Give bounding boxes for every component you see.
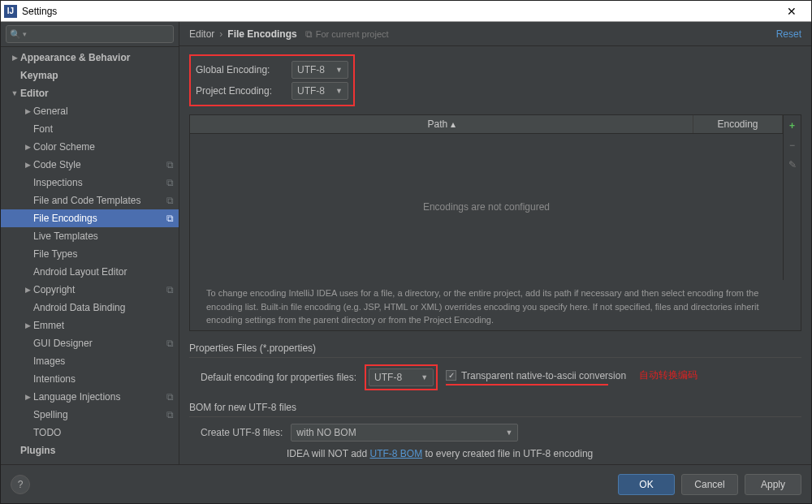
global-encoding-select[interactable]: UTF-8 ▼ [292, 61, 348, 79]
tree-item-live-templates[interactable]: Live Templates [1, 227, 179, 245]
titlebar: IJ Settings ✕ [1, 1, 811, 22]
tree-item-label: Keymap [20, 70, 174, 81]
global-encoding-label: Global Encoding: [196, 64, 285, 75]
chevron-down-icon: ▼ [335, 87, 343, 95]
properties-encoding-value: UTF-8 [374, 372, 402, 383]
transparent-ascii-option[interactable]: ✓ Transparent native-to-ascii conversion… [446, 368, 698, 386]
tree-item-keymap[interactable]: Keymap [1, 67, 179, 84]
project-scope-icon: ⧉ [166, 159, 174, 170]
project-encoding-select[interactable]: UTF-8 ▼ [292, 82, 348, 100]
table-tool-column: + − ✎ [783, 115, 801, 280]
col-path[interactable]: Path ▴ [190, 115, 693, 133]
tree-item-label: Android Data Binding [33, 302, 174, 313]
tree-item-label: GUI Designer [33, 338, 166, 349]
tree-item-color-scheme[interactable]: ▶Color Scheme [1, 138, 179, 156]
help-button[interactable]: ? [11, 475, 30, 494]
chevron-right-icon: ▶ [22, 321, 33, 330]
tree-item-label: Language Injections [33, 391, 166, 403]
settings-window: IJ Settings ✕ 🔍 ▾ ▶Appearance & Behavior… [0, 0, 812, 504]
tree-item-label: Inspections [33, 177, 166, 188]
add-row-button[interactable]: + [789, 120, 795, 131]
scope-label: For current project [316, 29, 389, 39]
tree-item-label: Code Style [33, 159, 166, 170]
project-scope-icon: ⧉ [166, 391, 174, 403]
tree-item-label: Appearance & Behavior [20, 52, 174, 63]
transparent-ascii-checkbox[interactable]: ✓ [446, 370, 456, 381]
tree-item-images[interactable]: Images [1, 352, 179, 370]
search-icon: 🔍 [10, 29, 21, 40]
search-box[interactable]: 🔍 ▾ [6, 25, 174, 43]
tree-item-gui-designer[interactable]: GUI Designer⧉ [1, 334, 179, 352]
arrow-placeholder [22, 232, 33, 240]
arrow-placeholder [22, 339, 33, 347]
col-encoding[interactable]: Encoding [693, 115, 783, 133]
arrow-placeholder [22, 250, 33, 258]
project-scope-icon: ⧉ [166, 195, 174, 206]
close-button[interactable]: ✕ [775, 5, 808, 18]
table-header: Path ▴ Encoding [190, 115, 783, 134]
arrow-placeholder [22, 304, 33, 312]
reset-link[interactable]: Reset [776, 28, 801, 40]
chevron-down-icon: ▼ [335, 66, 343, 74]
breadcrumb-sep: › [219, 28, 222, 40]
global-encoding-value: UTF-8 [297, 64, 325, 75]
properties-default-label: Default encoding for properties files: [201, 372, 356, 383]
breadcrumb-root[interactable]: Editor [189, 28, 214, 40]
tree-item-file-types[interactable]: File Types [1, 245, 179, 263]
section-divider [189, 357, 801, 358]
chevron-down-icon: ▼ [421, 373, 428, 381]
ok-button[interactable]: OK [618, 474, 675, 495]
tree-item-font[interactable]: Font [1, 120, 179, 138]
tree-item-spelling[interactable]: Spelling⧉ [1, 406, 179, 424]
tree-item-file-and-code-templates[interactable]: File and Code Templates⧉ [1, 192, 179, 209]
bom-hint-link[interactable]: UTF-8 BOM [369, 448, 422, 459]
chevron-right-icon: ▶ [9, 54, 20, 62]
bom-create-value: with NO BOM [296, 427, 356, 438]
arrow-placeholder [22, 179, 33, 187]
apply-button[interactable]: Apply [745, 474, 801, 495]
properties-section-label: Properties Files (*.properties) [189, 342, 801, 354]
tree-item-label: Spelling [33, 409, 166, 420]
tree-item-todo[interactable]: TODO [1, 424, 179, 442]
project-scope-icon: ⧉ [166, 213, 174, 224]
chevron-right-icon: ▶ [22, 143, 33, 151]
project-encoding-value: UTF-8 [297, 85, 325, 97]
search-input[interactable] [30, 28, 170, 40]
tree-item-android-layout-editor[interactable]: Android Layout Editor [1, 263, 179, 281]
tree-item-android-data-binding[interactable]: Android Data Binding [1, 299, 179, 317]
project-scope-icon: ⧉ [166, 177, 174, 188]
tree-item-copyright[interactable]: ▶Copyright⧉ [1, 281, 179, 299]
tree-item-language-injections[interactable]: ▶Language Injections⧉ [1, 388, 179, 406]
footer: ? OK Cancel Apply [1, 464, 811, 503]
tree-item-code-style[interactable]: ▶Code Style⧉ [1, 156, 179, 174]
tree-item-label: Plugins [20, 445, 174, 456]
tree-item-emmet[interactable]: ▶Emmet [1, 317, 179, 334]
edit-row-button[interactable]: ✎ [788, 159, 797, 170]
properties-encoding-select[interactable]: UTF-8 ▼ [369, 368, 434, 386]
arrow-placeholder [22, 125, 33, 133]
tree-item-inspections[interactable]: Inspections⧉ [1, 174, 179, 192]
bom-create-select[interactable]: with NO BOM ▼ [291, 424, 518, 442]
tree-item-appearance-behavior[interactable]: ▶Appearance & Behavior [1, 49, 179, 67]
tree-item-label: Copyright [33, 284, 166, 295]
tree-item-intentions[interactable]: Intentions [1, 370, 179, 388]
tree-item-label: File Encodings [33, 213, 166, 224]
tree-item-general[interactable]: ▶General [1, 102, 179, 120]
tree-item-plugins[interactable]: Plugins [1, 442, 179, 459]
tree-item-label: Images [33, 355, 174, 367]
bom-create-label: Create UTF-8 files: [201, 427, 283, 438]
tree-item-file-encodings[interactable]: File Encodings⧉ [1, 209, 179, 227]
tree-item-label: Intentions [33, 373, 174, 385]
app-icon: IJ [4, 5, 17, 18]
tree-item-editor[interactable]: ▼Editor [1, 84, 179, 102]
project-encoding-label: Project Encoding: [196, 85, 285, 97]
arrow-placeholder [22, 196, 33, 205]
tree-item-label: Live Templates [33, 230, 174, 242]
cancel-button[interactable]: Cancel [681, 474, 738, 495]
bom-hint-suffix: to every created file in UTF-8 encoding [422, 448, 593, 459]
properties-select-highlight: UTF-8 ▼ [365, 364, 438, 390]
chevron-right-icon: ▶ [22, 161, 33, 169]
remove-row-button[interactable]: − [789, 140, 795, 151]
sidebar: 🔍 ▾ ▶Appearance & Behavior Keymap▼Editor… [1, 22, 179, 464]
bom-hint-prefix: IDEA will NOT add [287, 448, 369, 459]
